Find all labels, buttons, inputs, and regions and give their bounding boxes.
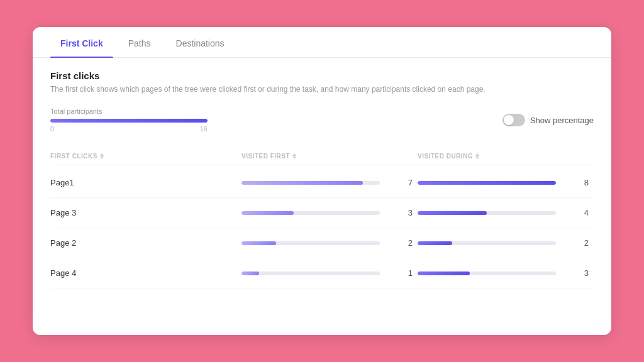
table-header: FIRST CLICKS VISITED FIRST VISITED DURIN… <box>50 148 594 165</box>
participants-left: Total participants 0 16 <box>50 107 502 133</box>
table-row: Page1 7 8 <box>50 168 594 198</box>
progress-max: 16 <box>200 125 208 133</box>
section-title: First clicks <box>50 70 594 81</box>
progress-min: 0 <box>50 125 54 133</box>
page-name: Page 4 <box>50 268 242 278</box>
participants-section: Total participants 0 16 Show percentage <box>50 107 594 133</box>
page-name: Page1 <box>50 178 242 187</box>
content-area: First clicks The first click shows which… <box>33 58 611 306</box>
visited-during-bar <box>418 181 556 185</box>
page-name: Page 2 <box>50 238 242 248</box>
table-row: Page 3 3 4 <box>50 198 594 228</box>
visited-during-count: 2 <box>556 238 594 248</box>
visited-during-count: 3 <box>556 268 594 278</box>
visited-first-bar <box>242 241 380 245</box>
table-row: Page 4 1 3 <box>50 258 594 288</box>
visited-first-count: 7 <box>380 178 418 187</box>
col-first-clicks: FIRST CLICKS <box>50 153 242 160</box>
visited-during-count: 4 <box>556 208 594 217</box>
tab-first-click[interactable]: First Click <box>50 27 113 57</box>
progress-labels: 0 16 <box>50 125 208 133</box>
table-body: Page1 7 8 Page 3 3 <box>50 168 594 288</box>
sort-visited-during[interactable] <box>475 153 479 159</box>
tab-destinations[interactable]: Destinations <box>166 27 235 57</box>
percentage-toggle[interactable] <box>502 114 525 126</box>
visited-first-count: 1 <box>380 268 418 278</box>
visited-first-bar <box>242 181 380 185</box>
col-visited-first: VISITED FIRST <box>242 153 380 160</box>
visited-first-count: 2 <box>380 238 418 248</box>
tab-bar: First Click Paths Destinations <box>33 27 611 58</box>
visited-during-count: 8 <box>556 178 594 187</box>
main-card: First Click Paths Destinations First cli… <box>33 27 611 335</box>
sort-visited-first[interactable] <box>292 153 296 159</box>
page-name: Page 3 <box>50 208 242 217</box>
visited-during-bar <box>418 241 556 245</box>
tab-paths[interactable]: Paths <box>118 27 161 57</box>
participants-label: Total participants <box>50 107 502 115</box>
show-percentage-control: Show percentage <box>502 114 594 126</box>
visited-during-bar <box>418 211 556 215</box>
participants-progress <box>50 119 208 123</box>
table-row: Page 2 2 2 <box>50 228 594 258</box>
visited-first-bar <box>242 211 380 215</box>
progress-fill <box>50 119 208 123</box>
sort-first-clicks[interactable] <box>100 153 104 159</box>
visited-first-count: 3 <box>380 208 418 217</box>
show-percentage-label: Show percentage <box>530 116 594 125</box>
col-visited-during: VISITED DURING <box>418 153 556 160</box>
section-description: The first click shows which pages of the… <box>50 84 594 95</box>
visited-first-bar <box>242 272 380 275</box>
visited-during-bar <box>418 272 556 275</box>
